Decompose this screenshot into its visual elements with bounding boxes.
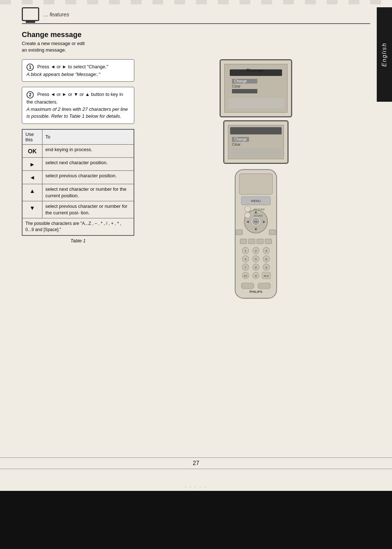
svg-text:2: 2 (255, 249, 257, 253)
table-row: ◄ select previous character position. (22, 171, 134, 184)
possible-chars-row: The possible characters are "A...Z , – ,… (22, 218, 134, 235)
svg-text:SOUND: SOUND (254, 214, 263, 217)
page-subtitle: Create a new message or edit an existing… (22, 40, 370, 53)
symbol-right: ► (22, 157, 42, 170)
step-1-note: A block appears below "Message:." (26, 71, 130, 78)
table-row: ▼ select previous character or number fo… (22, 201, 134, 218)
table-caption: Table 1 (22, 238, 134, 243)
step-2-note: A maximum of 2 lines with 27 characters … (26, 106, 130, 120)
svg-text:7: 7 (245, 266, 246, 269)
page-number: 27 (0, 457, 392, 469)
symbol-ok: OK (22, 144, 42, 157)
menu-item-change: Change (232, 79, 257, 84)
screen-menu-top: Change Clear (232, 79, 257, 94)
desc-right: select next character position. (42, 157, 134, 170)
main-content: ... features Change message Create a new… (22, 7, 370, 476)
header-section: ... features (22, 7, 370, 24)
svg-text:◄: ◄ (245, 220, 249, 224)
table-row: ► select next character position. (22, 157, 134, 170)
features-label: ... features (44, 11, 370, 17)
tv-screen-inner-bottom: Change Clear (228, 125, 284, 159)
desc-left: select previous character position. (42, 171, 134, 184)
screen-noise-2 (230, 127, 282, 134)
svg-rect-1 (239, 174, 272, 195)
bottom-bar (0, 491, 392, 549)
svg-text:1: 1 (245, 249, 246, 253)
svg-rect-16 (257, 239, 263, 244)
svg-rect-13 (269, 230, 276, 235)
right-column: Message: Change Clear Change (142, 59, 370, 302)
svg-text:▼: ▼ (254, 227, 258, 231)
possible-chars-text: The possible characters are "A...Z , – ,… (22, 218, 134, 235)
svg-text:AUX: AUX (264, 275, 269, 277)
table-row: OK end keying in process. (22, 144, 134, 157)
desc-up: select next character or number for the … (42, 184, 134, 201)
left-column: 1 Press ◄ or ► to select "Change." A blo… (22, 59, 134, 302)
language-sidebar: English (377, 7, 392, 102)
step-1-instruction: 1 Press ◄ or ► to select "Change." (26, 63, 130, 71)
svg-text:CC: CC (244, 275, 247, 277)
svg-text:PICTURE: PICTURE (254, 208, 265, 211)
menu-item-change-2: Change (232, 137, 249, 142)
screen-menu-bottom: Change Clear (232, 137, 249, 147)
step-2-instruction: 2 Press ◄ or ► or ▼ or ▲ button to key i… (26, 91, 130, 105)
remote-svg: MENU ▲ ▼ ◄ ► OK (227, 167, 285, 300)
svg-text:OK: OK (254, 221, 258, 223)
svg-rect-42 (241, 283, 254, 289)
tv-screen-inner-top: Message: Change Clear (224, 64, 287, 113)
remote-control: MENU ▲ ▼ ◄ ► OK (227, 167, 285, 302)
svg-text:6: 6 (265, 258, 267, 261)
svg-text:5: 5 (255, 258, 257, 261)
screen-bottom-pattern (230, 148, 282, 157)
tv-screen-bottom: Change Clear (223, 120, 289, 164)
symbol-left: ◄ (22, 171, 42, 184)
svg-text:►: ► (262, 220, 266, 224)
svg-rect-15 (248, 239, 255, 244)
desc-ok: end keying in process. (42, 144, 134, 157)
page-title: Change message (22, 31, 370, 39)
step-2-box: 2 Press ◄ or ► or ▼ or ▲ button to key i… (22, 87, 134, 124)
svg-rect-12 (236, 230, 242, 235)
menu-item-extra (232, 89, 257, 93)
step-2-number: 2 (26, 91, 34, 98)
screen-noise (228, 98, 283, 109)
bottom-dots: · · · · · (0, 485, 392, 489)
tv-screen-top: Message: Change Clear (220, 59, 292, 117)
svg-text:3: 3 (265, 249, 267, 253)
table-row: ▲ select next character or number for th… (22, 184, 134, 201)
symbol-up: ▲ (22, 184, 42, 201)
language-label: English (381, 43, 388, 66)
step-1-box: 1 Press ◄ or ► to select "Change." A blo… (22, 59, 134, 82)
svg-rect-43 (258, 283, 270, 289)
svg-text:8: 8 (255, 266, 257, 269)
svg-text:4: 4 (245, 258, 246, 261)
step-1-number: 1 (26, 64, 34, 71)
svg-text:0: 0 (255, 274, 257, 278)
top-decoration (0, 0, 392, 4)
tv-icon (22, 7, 39, 21)
table-header-use: Use this (22, 129, 42, 145)
screen-message-label: Message: (246, 68, 265, 72)
svg-point-45 (245, 206, 250, 212)
svg-text:PHILIPS: PHILIPS (249, 290, 262, 294)
table-header-to: To (42, 129, 134, 145)
symbol-down: ▼ (22, 201, 42, 218)
two-column-layout: 1 Press ◄ or ► to select "Change." A blo… (22, 59, 370, 302)
svg-point-47 (245, 213, 250, 218)
svg-rect-17 (265, 239, 271, 244)
svg-rect-14 (240, 239, 247, 244)
svg-text:MENU: MENU (251, 199, 261, 203)
svg-text:9: 9 (265, 266, 267, 269)
menu-item-clear: Clear (232, 84, 257, 88)
desc-down: select previous character or number for … (42, 201, 134, 218)
character-table: Use this To OK end keying in process. ► … (22, 129, 134, 236)
menu-item-clear-2: Clear (232, 142, 249, 146)
